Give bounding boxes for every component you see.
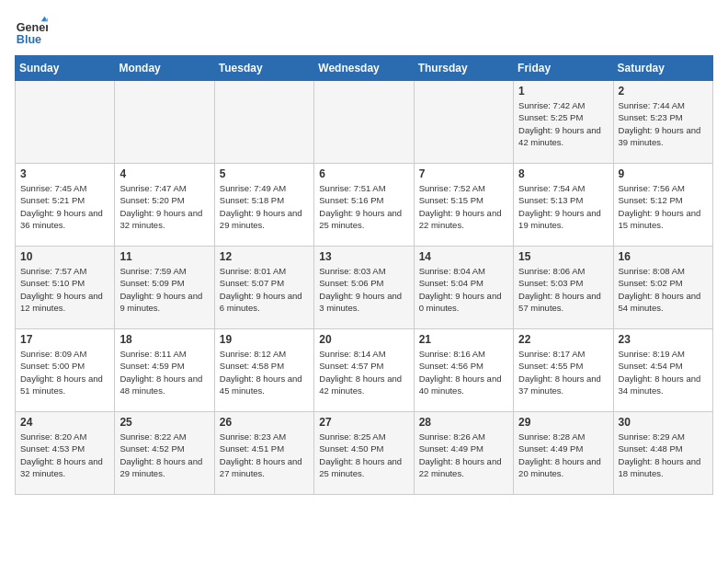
calendar-cell — [16, 81, 115, 164]
day-number: 30 — [619, 416, 708, 429]
day-info: Sunrise: 8:16 AM Sunset: 4:56 PM Dayligh… — [419, 348, 508, 396]
logo: General Blue — [15, 15, 48, 48]
weekday-header-friday: Friday — [514, 56, 613, 81]
day-number: 3 — [20, 167, 109, 180]
calendar-cell: 14Sunrise: 8:04 AM Sunset: 5:04 PM Dayli… — [414, 247, 513, 329]
day-number: 17 — [20, 333, 109, 346]
day-info: Sunrise: 7:45 AM Sunset: 5:21 PM Dayligh… — [20, 182, 109, 231]
day-info: Sunrise: 7:47 AM Sunset: 5:20 PM Dayligh… — [119, 182, 209, 231]
calendar-cell: 1Sunrise: 7:42 AM Sunset: 5:25 PM Daylig… — [514, 81, 613, 164]
calendar-cell: 24Sunrise: 8:20 AM Sunset: 4:53 PM Dayli… — [16, 412, 115, 495]
day-number: 24 — [20, 416, 109, 429]
calendar-cell — [214, 81, 313, 164]
calendar-cell: 23Sunrise: 8:19 AM Sunset: 4:54 PM Dayli… — [613, 329, 712, 412]
day-number: 18 — [119, 333, 209, 346]
calendar-cell: 21Sunrise: 8:16 AM Sunset: 4:56 PM Dayli… — [414, 329, 513, 412]
day-info: Sunrise: 8:29 AM Sunset: 4:48 PM Dayligh… — [619, 431, 708, 479]
calendar-cell: 18Sunrise: 8:11 AM Sunset: 4:59 PM Dayli… — [115, 329, 214, 412]
day-info: Sunrise: 7:51 AM Sunset: 5:16 PM Dayligh… — [319, 182, 408, 231]
calendar-cell: 27Sunrise: 8:25 AM Sunset: 4:50 PM Dayli… — [314, 412, 414, 495]
calendar-cell: 7Sunrise: 7:52 AM Sunset: 5:15 PM Daylig… — [414, 164, 513, 247]
weekday-header-sunday: Sunday — [16, 56, 115, 81]
weekday-header-thursday: Thursday — [414, 56, 513, 81]
day-number: 14 — [419, 250, 508, 263]
day-info: Sunrise: 8:26 AM Sunset: 4:49 PM Dayligh… — [419, 431, 508, 479]
day-number: 20 — [319, 333, 408, 346]
day-info: Sunrise: 8:19 AM Sunset: 4:54 PM Dayligh… — [619, 348, 708, 396]
day-number: 13 — [319, 250, 408, 263]
calendar-cell — [314, 81, 414, 164]
calendar-cell: 26Sunrise: 8:23 AM Sunset: 4:51 PM Dayli… — [214, 412, 313, 495]
day-number: 4 — [119, 167, 209, 180]
calendar-table: SundayMondayTuesdayWednesdayThursdayFrid… — [15, 55, 713, 495]
calendar-cell: 28Sunrise: 8:26 AM Sunset: 4:49 PM Dayli… — [414, 412, 513, 495]
day-number: 2 — [619, 85, 708, 98]
day-info: Sunrise: 8:09 AM Sunset: 5:00 PM Dayligh… — [20, 348, 109, 396]
day-number: 16 — [619, 250, 708, 263]
calendar-cell: 22Sunrise: 8:17 AM Sunset: 4:55 PM Dayli… — [514, 329, 613, 412]
calendar-cell: 9Sunrise: 7:56 AM Sunset: 5:12 PM Daylig… — [613, 164, 712, 247]
day-info: Sunrise: 8:06 AM Sunset: 5:03 PM Dayligh… — [518, 265, 608, 314]
day-number: 1 — [518, 85, 608, 98]
day-info: Sunrise: 8:04 AM Sunset: 5:04 PM Dayligh… — [419, 265, 508, 314]
day-info: Sunrise: 8:08 AM Sunset: 5:02 PM Dayligh… — [619, 265, 708, 314]
day-number: 26 — [220, 416, 309, 429]
day-number: 23 — [619, 333, 708, 346]
calendar-cell: 11Sunrise: 7:59 AM Sunset: 5:09 PM Dayli… — [115, 247, 214, 329]
calendar-cell: 17Sunrise: 8:09 AM Sunset: 5:00 PM Dayli… — [16, 329, 115, 412]
calendar-cell: 6Sunrise: 7:51 AM Sunset: 5:16 PM Daylig… — [314, 164, 414, 247]
weekday-header-wednesday: Wednesday — [314, 56, 414, 81]
day-info: Sunrise: 7:52 AM Sunset: 5:15 PM Dayligh… — [419, 182, 508, 231]
day-number: 15 — [518, 250, 608, 263]
day-info: Sunrise: 8:25 AM Sunset: 4:50 PM Dayligh… — [319, 431, 408, 479]
calendar-cell: 2Sunrise: 7:44 AM Sunset: 5:23 PM Daylig… — [613, 81, 712, 164]
calendar-cell: 4Sunrise: 7:47 AM Sunset: 5:20 PM Daylig… — [115, 164, 214, 247]
day-number: 25 — [119, 416, 209, 429]
calendar-cell — [414, 81, 513, 164]
calendar-cell: 3Sunrise: 7:45 AM Sunset: 5:21 PM Daylig… — [16, 164, 115, 247]
day-number: 22 — [518, 333, 608, 346]
calendar-cell: 15Sunrise: 8:06 AM Sunset: 5:03 PM Dayli… — [514, 247, 613, 329]
day-number: 29 — [518, 416, 608, 429]
calendar-cell: 13Sunrise: 8:03 AM Sunset: 5:06 PM Dayli… — [314, 247, 414, 329]
calendar-cell — [115, 81, 214, 164]
day-info: Sunrise: 8:14 AM Sunset: 4:57 PM Dayligh… — [319, 348, 408, 396]
day-number: 9 — [619, 167, 708, 180]
day-info: Sunrise: 7:54 AM Sunset: 5:13 PM Dayligh… — [518, 182, 608, 231]
day-number: 6 — [319, 167, 408, 180]
day-info: Sunrise: 7:57 AM Sunset: 5:10 PM Dayligh… — [20, 265, 109, 314]
calendar-cell: 10Sunrise: 7:57 AM Sunset: 5:10 PM Dayli… — [16, 247, 115, 329]
calendar-cell: 20Sunrise: 8:14 AM Sunset: 4:57 PM Dayli… — [314, 329, 414, 412]
day-info: Sunrise: 8:01 AM Sunset: 5:07 PM Dayligh… — [220, 265, 309, 314]
day-info: Sunrise: 8:20 AM Sunset: 4:53 PM Dayligh… — [20, 431, 109, 479]
calendar-cell: 29Sunrise: 8:28 AM Sunset: 4:49 PM Dayli… — [514, 412, 613, 495]
day-info: Sunrise: 7:49 AM Sunset: 5:18 PM Dayligh… — [220, 182, 309, 231]
calendar-cell: 12Sunrise: 8:01 AM Sunset: 5:07 PM Dayli… — [214, 247, 313, 329]
logo-icon: General Blue — [15, 15, 48, 48]
day-number: 10 — [20, 250, 109, 263]
calendar-cell: 8Sunrise: 7:54 AM Sunset: 5:13 PM Daylig… — [514, 164, 613, 247]
day-number: 11 — [119, 250, 209, 263]
day-info: Sunrise: 8:12 AM Sunset: 4:58 PM Dayligh… — [220, 348, 309, 396]
day-number: 12 — [220, 250, 309, 263]
day-number: 28 — [419, 416, 508, 429]
day-info: Sunrise: 7:44 AM Sunset: 5:23 PM Dayligh… — [619, 99, 708, 148]
calendar-cell: 19Sunrise: 8:12 AM Sunset: 4:58 PM Dayli… — [214, 329, 313, 412]
calendar-cell: 16Sunrise: 8:08 AM Sunset: 5:02 PM Dayli… — [613, 247, 712, 329]
day-info: Sunrise: 8:22 AM Sunset: 4:52 PM Dayligh… — [119, 431, 209, 479]
day-info: Sunrise: 8:23 AM Sunset: 4:51 PM Dayligh… — [220, 431, 309, 479]
calendar-cell: 5Sunrise: 7:49 AM Sunset: 5:18 PM Daylig… — [214, 164, 313, 247]
weekday-header-monday: Monday — [115, 56, 214, 81]
day-info: Sunrise: 8:17 AM Sunset: 4:55 PM Dayligh… — [518, 348, 608, 396]
day-number: 19 — [220, 333, 309, 346]
page-header: General Blue — [15, 15, 713, 48]
day-info: Sunrise: 8:11 AM Sunset: 4:59 PM Dayligh… — [119, 348, 209, 396]
day-number: 7 — [419, 167, 508, 180]
svg-text:Blue: Blue — [17, 33, 41, 46]
day-info: Sunrise: 7:59 AM Sunset: 5:09 PM Dayligh… — [119, 265, 209, 314]
day-number: 5 — [220, 167, 309, 180]
day-info: Sunrise: 8:03 AM Sunset: 5:06 PM Dayligh… — [319, 265, 408, 314]
calendar-cell: 30Sunrise: 8:29 AM Sunset: 4:48 PM Dayli… — [613, 412, 712, 495]
day-info: Sunrise: 7:56 AM Sunset: 5:12 PM Dayligh… — [619, 182, 708, 231]
weekday-header-tuesday: Tuesday — [214, 56, 313, 81]
